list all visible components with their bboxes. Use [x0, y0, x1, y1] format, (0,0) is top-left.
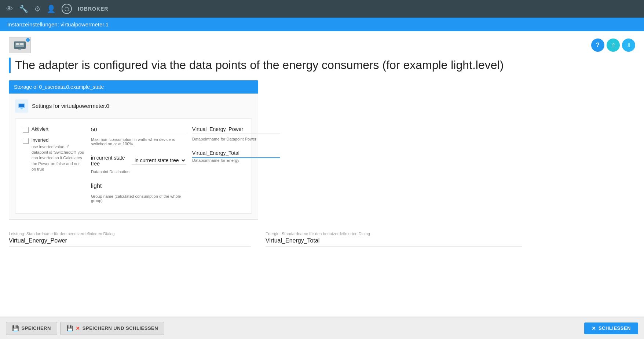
power-label-group: Leistung: Standardname für den benutzerd… — [9, 229, 266, 249]
storage-header: Storage of 0_userdata.0.example_state — [9, 80, 258, 94]
bottom-labels-section: Leistung: Standardname für den benutzerd… — [9, 229, 635, 249]
help-button[interactable]: ? — [591, 39, 604, 52]
settings-panel: Settings for virtualpowermeter.0 Aktivie… — [9, 94, 258, 220]
topbar-logo: ◯ — [62, 4, 72, 14]
close-x-icon: ✕ — [592, 325, 596, 331]
eye-icon[interactable]: 👁 — [6, 5, 13, 13]
upload-icon: ⇧ — [611, 42, 616, 49]
subtitle-bar: Instanzeinstellungen: virtualpowermeter.… — [0, 18, 644, 31]
group-label: Group name (calculated consumption of th… — [91, 194, 186, 203]
bottom-bar: 💾 SPEICHERN 💾 ✕ SPEICHERN UND SCHLIESSEN… — [0, 317, 644, 339]
energy-label-value: Virtual_Energy_Total — [266, 237, 522, 247]
settings-title: Settings for virtualpowermeter.0 — [32, 103, 109, 109]
datapoint-power-value: Virtual_Energy_Power — [192, 126, 280, 134]
download-icon: ⇩ — [626, 42, 631, 49]
save-icon: 💾 — [12, 325, 19, 332]
right-column: Virtual_Energy_Power Datapointname for D… — [192, 126, 280, 164]
checkbox-inverted-sublabel: use inverted value. if datapoint is 'Swi… — [32, 144, 85, 172]
checkbox-aktiviert-label: Aktiviert — [32, 126, 48, 132]
checkbox-inverted[interactable] — [23, 138, 29, 144]
storage-label: Storage of 0_userdata.0.example_state — [14, 84, 104, 90]
adapter-icon: i — [9, 37, 31, 53]
download-button[interactable]: ⇩ — [622, 39, 635, 52]
save-close-button[interactable]: 💾 ✕ SPEICHERN UND SCHLIESSEN — [60, 322, 164, 335]
close-label: SCHLIESSEN — [599, 325, 631, 331]
middle-column: 50 Maximum consumption in watts when dev… — [91, 126, 186, 206]
topbar-brand: IOBROKER — [78, 6, 108, 12]
dropdown-current-label: in current state tree — [91, 155, 129, 167]
wrench-icon[interactable]: 🔧 — [19, 4, 28, 13]
save-label: SPEICHERN — [22, 325, 51, 331]
settings-form: Aktiviert inverted use inverted value. i… — [15, 119, 252, 214]
user-icon[interactable]: 👤 — [47, 4, 56, 13]
datapoint-energy-value[interactable]: Virtual_Energy_Total — [192, 150, 280, 158]
subtitle-text: Instanzeinstellungen: virtualpowermeter.… — [7, 21, 109, 28]
field-value-50: 50 — [91, 126, 186, 134]
topbar: 👁 🔧 ⚙ 👤 ◯ IOBROKER — [0, 0, 644, 18]
close-button[interactable]: ✕ SCHLIESSEN — [584, 322, 638, 334]
main-content: i ? ⇧ ⇩ The adapter is configured via th… — [0, 31, 644, 316]
energy-label-group: Energie: Standardname für den benutzerde… — [266, 229, 522, 249]
checkbox-aktiviert[interactable] — [23, 127, 29, 133]
checkbox-inverted-row: inverted use inverted value. if datapoin… — [23, 137, 85, 172]
svg-rect-6 — [19, 104, 24, 107]
group-value: light — [91, 183, 186, 191]
action-buttons: ? ⇧ ⇩ — [591, 39, 635, 52]
form-grid: Aktiviert inverted use inverted value. i… — [23, 126, 244, 206]
datapoint-destination-label: Datapoint Destination — [91, 170, 186, 174]
datapoint-energy-label: Datapointname for Energy — [192, 158, 280, 163]
info-dot: i — [26, 38, 30, 42]
svg-rect-7 — [21, 108, 23, 109]
datapoint-power-label: Datapointname for Datapoint Power — [192, 137, 280, 141]
svg-rect-3 — [20, 43, 23, 45]
datapoint-energy-group: Virtual_Energy_Total Datapointname for E… — [192, 150, 280, 164]
save-close-label: SPEICHERN UND SCHLIESSEN — [83, 325, 158, 331]
adapter-thumbnail — [13, 40, 26, 50]
svg-rect-4 — [18, 48, 21, 50]
gear-icon[interactable]: ⚙ — [34, 4, 41, 13]
svg-rect-2 — [16, 43, 19, 45]
save-close-disk-icon: 💾 — [66, 325, 74, 332]
settings-icon-svg — [18, 102, 26, 110]
checkbox-inverted-label: inverted — [32, 137, 85, 143]
help-icon: ? — [596, 42, 600, 48]
checkbox-aktiviert-row: Aktiviert — [23, 126, 85, 133]
bottom-left-buttons: 💾 SPEICHERN 💾 ✕ SPEICHERN UND SCHLIESSEN — [6, 322, 164, 335]
toolbar-row: i ? ⇧ ⇩ — [9, 37, 635, 53]
dropdown-row: in current state tree in current state t… — [91, 155, 186, 167]
destination-dropdown[interactable]: in current state tree in root — [132, 156, 186, 165]
checkbox-column: Aktiviert inverted use inverted value. i… — [23, 126, 85, 172]
power-label-small: Leistung: Standardname für den benutzerd… — [9, 232, 251, 236]
save-button[interactable]: 💾 SPEICHERN — [6, 322, 57, 335]
main-heading: The adapter is configured via the data p… — [9, 58, 635, 73]
max-consumption-label: Maximum consumption in watts when device… — [91, 137, 186, 146]
upload-button[interactable]: ⇧ — [607, 39, 620, 52]
save-close-x-icon: ✕ — [76, 325, 80, 331]
settings-header: Settings for virtualpowermeter.0 — [15, 99, 252, 113]
energy-label-small: Energie: Standardname für den benutzerde… — [266, 232, 522, 236]
power-label-value: Virtual_Energy_Power — [9, 237, 251, 247]
settings-panel-icon — [15, 99, 28, 113]
